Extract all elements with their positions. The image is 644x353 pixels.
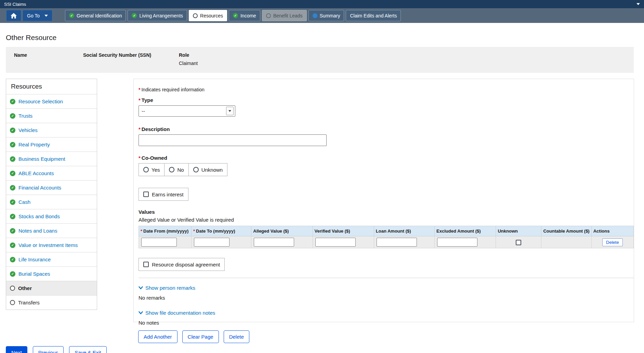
- previous-button[interactable]: Previous: [33, 346, 64, 353]
- add-another-button[interactable]: Add Another: [138, 330, 178, 343]
- checkbox-icon: [143, 192, 149, 197]
- delete-button[interactable]: Delete: [224, 330, 249, 343]
- col-label: Date To (mm/yyyy): [196, 228, 235, 234]
- tab-resources[interactable]: Resources: [189, 10, 227, 21]
- values-row: Delete: [139, 236, 634, 248]
- sidebar-title: Resources: [6, 79, 97, 94]
- next-button[interactable]: Next: [6, 346, 27, 353]
- checkbox-icon: [143, 262, 149, 267]
- sidebar-item-business-equipment[interactable]: Business Equipment: [6, 152, 97, 166]
- required-marker: *: [141, 228, 142, 234]
- sidebar-item-resource-selection[interactable]: Resource Selection: [6, 94, 97, 108]
- date-from-input[interactable]: [141, 238, 177, 247]
- clear-page-button[interactable]: Clear Page: [182, 330, 219, 343]
- sidebar-item-value-or-investment-items[interactable]: Value or Investment Items: [6, 238, 97, 252]
- claimant-role-column: Role Claimant: [179, 52, 198, 66]
- radio-icon: [193, 167, 199, 172]
- required-marker: *: [139, 87, 140, 92]
- required-note-text: Indicates required information: [141, 87, 204, 92]
- check-circle-icon: [233, 13, 238, 18]
- go-to-dropdown[interactable]: Go To: [23, 10, 52, 21]
- verified-value-input[interactable]: [315, 238, 356, 247]
- sidebar-item-other[interactable]: Other: [6, 281, 97, 295]
- role-label: Role: [179, 52, 198, 58]
- sidebar-item-burial-spaces[interactable]: Burial Spaces: [6, 266, 97, 281]
- description-input[interactable]: [139, 134, 327, 146]
- co-owned-yes-radio[interactable]: Yes: [139, 164, 164, 176]
- sidebar-item-transfers[interactable]: Transfers: [6, 295, 97, 310]
- page-actions: Add Another Clear Page Delete: [138, 330, 249, 343]
- col-label: Verified Value ($): [315, 228, 350, 234]
- check-circle-icon: [10, 156, 15, 162]
- caret-down-icon[interactable]: [636, 3, 640, 5]
- radio-icon: [143, 167, 149, 172]
- sidebar-item-cash[interactable]: Cash: [6, 195, 97, 209]
- co-owned-radio-group: Yes No Unknown: [139, 163, 227, 176]
- col-label: Loan Amount ($): [376, 228, 411, 234]
- sidebar-item-label: Vehicles: [18, 127, 38, 133]
- date-to-input[interactable]: [194, 238, 229, 247]
- resources-sidebar: Resources Resource Selection Trusts Vehi…: [6, 79, 97, 310]
- sidebar-item-life-insurance[interactable]: Life Insurance: [6, 252, 97, 266]
- home-button[interactable]: [6, 10, 21, 21]
- resource-disposal-checkbox[interactable]: Resource disposal agreement: [139, 258, 225, 271]
- earns-interest-checkbox[interactable]: Earns interest: [139, 188, 188, 201]
- tab-label: General Identification: [77, 13, 122, 18]
- co-owned-label-text: Co-Owned: [142, 155, 167, 161]
- col-label: Actions: [593, 228, 610, 234]
- show-file-documentation-notes-toggle[interactable]: Show file documentation notes: [139, 310, 215, 316]
- check-circle-icon: [10, 271, 15, 277]
- tab-living-arrangements[interactable]: Living Arrangements: [128, 10, 187, 21]
- loan-amount-input[interactable]: [377, 238, 417, 247]
- tab-benefit-leads[interactable]: Benefit Leads: [262, 10, 307, 21]
- col-actions: Actions: [591, 226, 633, 236]
- type-select[interactable]: --: [139, 105, 235, 117]
- type-label: *Type: [139, 97, 634, 103]
- nav-tabs: General Identification Living Arrangemen…: [65, 10, 401, 21]
- sidebar-item-vehicles[interactable]: Vehicles: [6, 123, 97, 137]
- tab-label: Living Arrangements: [139, 13, 183, 18]
- sidebar-item-financial-accounts[interactable]: Financial Accounts: [6, 180, 97, 195]
- show-person-remarks-toggle[interactable]: Show person remarks: [139, 285, 195, 291]
- circle-icon: [10, 300, 15, 305]
- check-circle-icon: [10, 228, 15, 234]
- excluded-amount-input[interactable]: [437, 238, 477, 247]
- save-exit-button[interactable]: Save & Exit: [69, 346, 107, 353]
- remarks-empty-text: No remarks: [139, 295, 634, 301]
- col-verified-value: Verified Value ($): [313, 226, 374, 236]
- sidebar-item-notes-and-loans[interactable]: Notes and Loans: [6, 223, 97, 238]
- row-delete-button[interactable]: Delete: [602, 238, 623, 246]
- co-owned-label: *Co-Owned: [139, 155, 634, 161]
- tab-summary[interactable]: Summary: [308, 10, 344, 21]
- check-circle-icon: [10, 99, 15, 104]
- main-nav: Go To General Identification Living Arra…: [0, 8, 644, 23]
- sidebar-item-label: Financial Accounts: [18, 185, 61, 191]
- circle-icon: [10, 286, 15, 291]
- tab-general-identification[interactable]: General Identification: [65, 10, 126, 21]
- sidebar-item-stocks-and-bonds[interactable]: Stocks and Bonds: [6, 209, 97, 223]
- co-owned-unknown-radio[interactable]: Unknown: [188, 164, 227, 176]
- description-label: *Description: [139, 126, 634, 132]
- check-circle-icon: [10, 257, 15, 262]
- circle-icon: [193, 13, 198, 18]
- col-label: Alleged Value ($): [253, 228, 289, 234]
- unknown-checkbox[interactable]: [516, 240, 521, 245]
- section-divider: [139, 278, 634, 278]
- tab-income[interactable]: Income: [229, 10, 260, 21]
- co-owned-no-radio[interactable]: No: [164, 164, 188, 176]
- other-resource-form: *Indicates required information *Type --…: [133, 79, 634, 322]
- sidebar-item-real-property[interactable]: Real Property: [6, 137, 97, 152]
- col-excluded-amount: Excluded Amount ($): [435, 226, 496, 236]
- col-loan-amount: Loan Amount ($): [374, 226, 434, 236]
- required-marker: *: [139, 126, 141, 132]
- toggle-label: Show file documentation notes: [145, 310, 215, 316]
- sidebar-item-able-accounts[interactable]: ABLE Accounts: [6, 166, 97, 180]
- check-circle-icon: [10, 214, 15, 219]
- tab-claim-edits-and-alerts[interactable]: Claim Edits and Alerts: [346, 10, 401, 21]
- alleged-value-input[interactable]: [254, 238, 294, 247]
- values-section-title: Values: [139, 209, 634, 215]
- required-marker: *: [139, 155, 141, 161]
- col-unknown: Unknown: [496, 226, 541, 236]
- sidebar-item-label: Notes and Loans: [18, 228, 57, 234]
- sidebar-item-trusts[interactable]: Trusts: [6, 108, 97, 123]
